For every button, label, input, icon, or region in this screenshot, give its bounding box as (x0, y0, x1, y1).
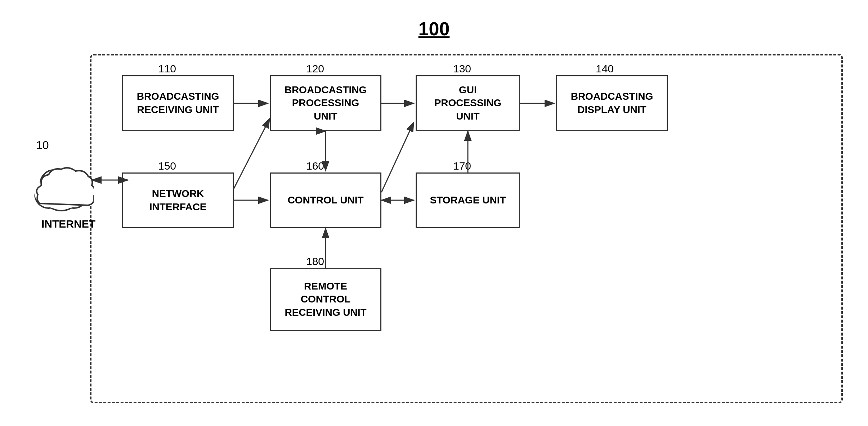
broadcasting-processing-unit: BROADCASTINGPROCESSINGUNIT (270, 75, 381, 131)
internet-label: INTERNET (36, 218, 101, 230)
internet-to-network-arrow (90, 173, 130, 187)
storage-unit: STORAGE UNIT (416, 172, 520, 228)
label-140: 140 (596, 63, 614, 75)
label-150: 150 (158, 160, 176, 172)
label-110: 110 (158, 63, 176, 75)
broadcasting-display-unit: BROADCASTINGDISPLAY UNIT (556, 75, 668, 131)
main-system-box: 110 120 130 140 150 160 170 180 BROADCAS… (90, 54, 843, 403)
broadcasting-receiving-unit: BROADCASTINGRECEIVING UNIT (122, 75, 234, 131)
internet-cloud-svg (29, 148, 94, 212)
label-180: 180 (306, 255, 324, 268)
svg-line-7 (234, 118, 270, 189)
remote-control-receiving-unit: REMOTECONTROLRECEIVING UNIT (270, 268, 381, 331)
label-170: 170 (453, 160, 471, 172)
gui-processing-unit: GUIPROCESSINGUNIT (416, 75, 520, 131)
network-interface: NETWORKINTERFACE (122, 172, 234, 228)
diagram-container: 100 110 120 130 140 150 160 170 180 BROA… (18, 18, 850, 411)
label-120: 120 (306, 63, 324, 75)
svg-line-12 (381, 122, 414, 192)
label-160: 160 (306, 160, 324, 172)
control-unit: CONTROL UNIT (270, 172, 381, 228)
label-130: 130 (453, 63, 471, 75)
system-number: 100 (419, 18, 450, 40)
